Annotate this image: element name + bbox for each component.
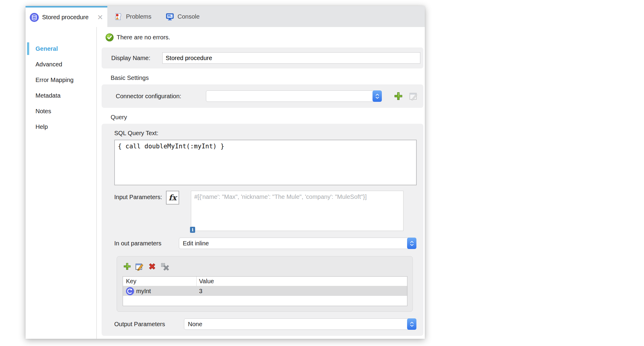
inout-parameters-label: In out parameters (114, 240, 179, 247)
output-parameters-value: None (188, 321, 202, 328)
input-parameters-input[interactable] (191, 191, 403, 231)
add-connector-config-icon[interactable] (393, 91, 403, 101)
close-icon[interactable]: ✕ (97, 14, 103, 21)
query-group: SQL Query Text: { call doubleMyInt(:myIn… (102, 124, 423, 336)
output-parameters-label: Output Parameters (114, 321, 184, 328)
table-row[interactable]: myInt 3 (123, 286, 407, 296)
tab-label: Console (177, 13, 199, 20)
connector-configuration-select[interactable] (206, 90, 382, 102)
tab-label: Stored procedure (42, 14, 89, 21)
sidebar-item-notes[interactable]: Notes (26, 103, 96, 119)
sidebar-item-general[interactable]: General (26, 41, 96, 56)
input-parameters-row: Input Parameters: fx i (114, 191, 417, 231)
tab-bar: Stored procedure ✕ Problems Console (26, 6, 425, 27)
sql-query-text-label: SQL Query Text: (114, 130, 417, 137)
output-parameters-row: Output Parameters None (114, 318, 417, 330)
delete-row-icon[interactable] (147, 262, 157, 271)
combo-spinner-icon[interactable] (407, 318, 416, 330)
table-toolbar (123, 261, 407, 272)
problems-icon (115, 13, 123, 21)
table-header-row: Key Value (123, 277, 407, 286)
row-key: myInt (136, 288, 151, 295)
console-icon (166, 13, 174, 21)
edit-row-icon[interactable] (135, 262, 144, 271)
validation-status: There are no errors. (102, 27, 423, 47)
info-icon[interactable]: i (190, 227, 195, 233)
column-header-value: Value (197, 278, 407, 285)
edit-connector-config-icon[interactable] (408, 91, 419, 101)
combo-spinner-icon[interactable] (373, 90, 382, 102)
table-empty-row[interactable] (123, 296, 407, 306)
delete-all-rows-icon[interactable] (160, 262, 170, 271)
success-check-icon (106, 33, 114, 41)
basic-settings-group: Connector configuration: (102, 84, 423, 108)
basic-settings-heading: Basic Settings (111, 74, 423, 81)
inout-parameters-table: Key Value myInt (123, 276, 407, 306)
sql-query-text-input[interactable]: { call doubleMyInt(:myInt) } (114, 140, 417, 185)
combo-spinner-icon[interactable] (407, 238, 416, 249)
tab-stored-procedure[interactable]: Stored procedure ✕ (26, 6, 107, 27)
sidebar-item-help[interactable]: Help (26, 119, 96, 135)
input-parameters-label: Input Parameters: (114, 191, 166, 231)
sidebar-item-advanced[interactable]: Advanced (26, 56, 96, 72)
status-message: There are no errors. (117, 34, 170, 41)
query-heading: Query (111, 114, 423, 121)
sidebar-item-metadata[interactable]: Metadata (26, 88, 96, 103)
properties-sidebar: General Advanced Error Mapping Metadata … (26, 27, 97, 339)
properties-window: Stored procedure ✕ Problems Console (26, 6, 425, 339)
inout-parameters-row: In out parameters Edit inline (114, 238, 417, 249)
display-name-label: Display Name: (111, 55, 162, 62)
display-name-group: Display Name: (102, 47, 423, 68)
inout-parameters-select[interactable]: Edit inline (179, 238, 416, 249)
inout-parameters-value: Edit inline (183, 240, 209, 247)
tab-problems[interactable]: Problems (107, 6, 158, 27)
column-header-key: Key (123, 277, 197, 286)
row-value: 3 (197, 288, 407, 295)
output-parameters-select[interactable]: None (184, 318, 416, 330)
display-name-input[interactable] (162, 52, 420, 64)
tab-console[interactable]: Console (158, 6, 207, 27)
expression-fx-button[interactable]: fx (166, 191, 179, 205)
parameter-icon (126, 287, 134, 295)
add-row-icon[interactable] (123, 262, 132, 271)
general-tab-content: There are no errors. Display Name: Basic… (97, 27, 425, 339)
tab-label: Problems (126, 13, 151, 20)
inout-parameters-editor: Key Value myInt (117, 256, 413, 312)
sidebar-item-error-mapping[interactable]: Error Mapping (26, 72, 96, 88)
database-icon (30, 13, 39, 22)
connector-configuration-label: Connector configuration: (116, 93, 206, 100)
